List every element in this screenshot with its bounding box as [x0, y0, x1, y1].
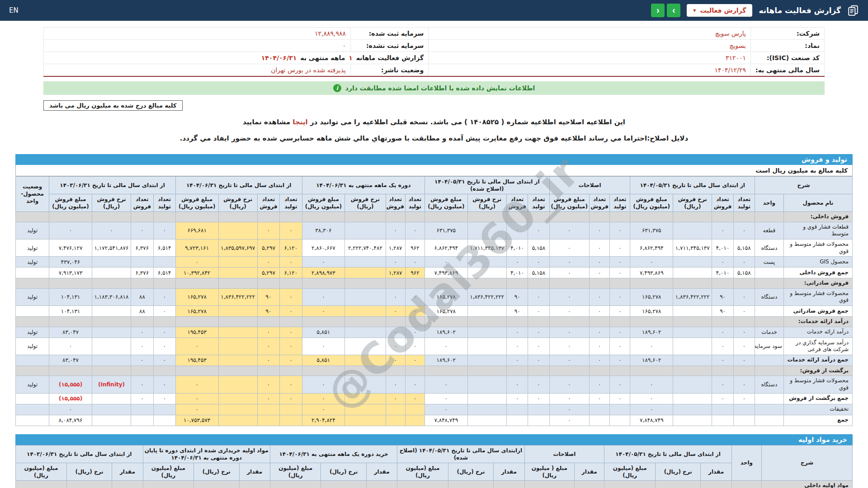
- value-cell: [92, 415, 131, 426]
- sales-header-columns-row: نام محصولواحدتعداد تولیدتعداد فروشنرخ فر…: [16, 194, 853, 211]
- empty-cell: [494, 481, 524, 488]
- value-cell: ۰: [528, 222, 549, 239]
- value-cell: ۰: [506, 355, 528, 366]
- value-cell: ۰: [610, 393, 630, 404]
- value-cell: ۱۰۴,۱۳۱: [49, 306, 92, 317]
- value-cell: ۰: [712, 355, 733, 366]
- empty-cell: [712, 317, 733, 327]
- empty-cell: [528, 278, 549, 289]
- value-cell: [610, 415, 630, 426]
- col-rate: نرخ (ریال): [448, 463, 493, 480]
- product-name-cell: محصولات فشار متوسط و قوي: [783, 376, 852, 393]
- col-period-group: اصلاحات: [549, 176, 630, 194]
- report-period-sentence: گزارش فعالیت ماهانه ۱ ماهه منتهی به ۱۴۰۴…: [44, 52, 429, 64]
- value-cell: ۵,۸۵۱: [302, 327, 345, 338]
- value-cell: ۰: [528, 393, 549, 404]
- empty-cell: [733, 366, 755, 376]
- value-cell: ۸,۰۸۴,۷۹۶: [49, 415, 92, 426]
- table-section-row: درآمد ارائه خدمات:: [16, 317, 853, 327]
- value-cell: ۶۳۱,۳۷۵: [425, 222, 468, 239]
- value-cell: ۷,۹۱۳,۱۷۳: [49, 267, 92, 278]
- col-amount: مبلغ ( میلیون ریال): [524, 463, 575, 480]
- empty-cell: [506, 212, 528, 222]
- amendment-notice: این اطلاعیه اصلاحیه اطلاعیه شماره ( ۱۴۰۸…: [43, 118, 825, 126]
- language-toggle-en[interactable]: EN: [9, 6, 19, 14]
- value-cell: ۰: [153, 338, 175, 355]
- value-cell: ۰: [610, 355, 630, 366]
- value-cell: [590, 404, 610, 415]
- company-value-cell: پارس سویچ: [429, 28, 751, 40]
- value-cell: ۰: [712, 393, 733, 404]
- table-row: تخفیفات۰۰۰۰۰۰: [16, 404, 853, 415]
- empty-cell: [733, 317, 755, 327]
- product-name-cell: قطعات فشار قوي و متوسط: [783, 222, 852, 239]
- product-status-cell: تولید: [16, 222, 49, 239]
- report-period-date: ۱۴۰۴/۰۶/۳۱: [260, 54, 298, 61]
- amounts-note-strip: کلیه مبالغ به میلیون ریال است: [15, 165, 853, 176]
- col-rate: نرخ (ریال): [655, 463, 700, 480]
- value-cell: [712, 404, 733, 415]
- col-qty-sold: تعداد فروش: [386, 194, 405, 211]
- empty-cell: [92, 212, 131, 222]
- empty-cell: [131, 278, 153, 289]
- empty-cell: [712, 366, 733, 376]
- value-cell: ۰: [425, 404, 468, 415]
- empty-cell: [257, 278, 279, 289]
- col-sale-amount: مبلغ فروش (میلیون ریال): [425, 194, 468, 211]
- value-cell: ۰: [386, 306, 405, 317]
- product-status-cell: تولید: [16, 239, 49, 257]
- previous-report-button[interactable]: ‹: [651, 4, 665, 17]
- value-cell: ۰: [549, 393, 589, 404]
- top-navbar: گزارش فعالیت ماهانه گزارش فعالیت ▼ › ‹ E…: [0, 0, 868, 21]
- product-name-cell: جمع برگشت از فروش: [783, 393, 852, 404]
- report-type-dropdown[interactable]: گزارش فعالیت ▼: [687, 4, 752, 17]
- empty-cell: [405, 366, 425, 376]
- value-cell: ۰: [528, 338, 549, 355]
- value-cell: [506, 415, 528, 426]
- value-cell: ۱۰,۳۹۲,۸۴۲: [175, 267, 218, 278]
- empty-cell: [131, 317, 153, 327]
- value-cell: [218, 267, 257, 278]
- raw-material-purchase-table: شرحواحداز ابتدای سال مالی تا تاریخ ۱۴۰۴/…: [15, 445, 853, 488]
- empty-cell: [194, 481, 239, 488]
- value-cell: ۰: [630, 257, 673, 267]
- value-cell: ۰: [506, 338, 528, 355]
- empty-cell: [321, 481, 366, 488]
- empty-cell: [549, 278, 589, 289]
- empty-cell: [49, 317, 92, 327]
- previous-version-link[interactable]: اینجا: [292, 118, 307, 126]
- col-sale-rate: نرخ فروش (ریال): [345, 194, 386, 211]
- value-cell: ۰: [386, 376, 405, 393]
- table-section-row: فروش صادراتی:: [16, 278, 853, 289]
- company-link[interactable]: پارس سویچ: [715, 30, 746, 37]
- value-cell: [528, 415, 549, 426]
- value-cell: ۶,۸۶۲,۴۹۴: [425, 239, 468, 257]
- purchase-header-bar: خرید مواد اولیه: [15, 434, 853, 445]
- empty-cell: [92, 278, 131, 289]
- value-cell: ۰: [590, 267, 610, 278]
- value-cell: (۱۵,۵۵۵): [49, 376, 92, 393]
- product-status-cell: [16, 267, 49, 278]
- fiscal-year-value: ۱۴۰۴/۱۲/۲۹: [429, 64, 751, 76]
- value-cell: ۲,۸۹۸,۹۷۳: [302, 267, 345, 278]
- value-cell: [467, 327, 506, 338]
- value-cell: ۶,۱۲۰: [280, 267, 302, 278]
- table-section-row: مواد اولیه داخلی: [16, 481, 853, 488]
- value-cell: ۰: [280, 338, 302, 355]
- value-cell: ۰: [153, 306, 175, 317]
- empty-cell: [755, 317, 784, 327]
- value-cell: ۰: [549, 267, 589, 278]
- col-sale-amount: مبلغ فروش (میلیون ریال): [302, 194, 345, 211]
- col-qty-produced: تعداد تولید: [733, 194, 755, 211]
- value-cell: ۰: [528, 306, 549, 317]
- value-cell: ۰: [280, 222, 302, 239]
- value-cell: [218, 415, 257, 426]
- empty-cell: [405, 212, 425, 222]
- empty-cell: [630, 366, 673, 376]
- empty-cell: [280, 366, 302, 376]
- unit-cell: [755, 355, 784, 366]
- col-period-group: ازابتدای سال مالی تا تاریخ ۱۴۰۴/۰۵/۳۱ (ا…: [397, 445, 524, 463]
- value-cell: ۰: [131, 355, 153, 366]
- next-report-button[interactable]: ›: [667, 4, 680, 17]
- empty-cell: [16, 366, 49, 376]
